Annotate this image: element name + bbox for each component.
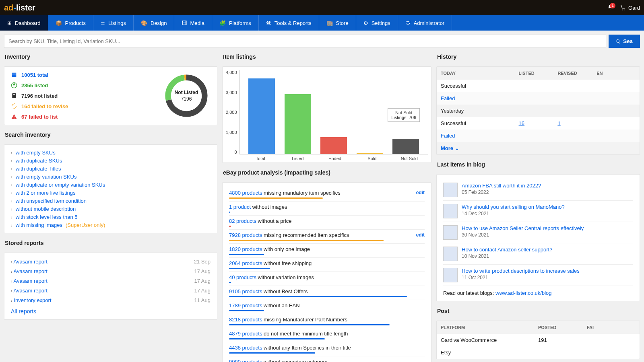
stored-report-row[interactable]: › Avasam report17 Aug bbox=[11, 267, 211, 275]
history-row: Successful bbox=[437, 80, 640, 92]
analysis-count-link[interactable]: 8218 products bbox=[229, 317, 262, 323]
nav-platforms[interactable]: 🧩Platforms bbox=[212, 15, 259, 31]
stat-icon bbox=[11, 103, 17, 109]
cart-icon bbox=[620, 5, 626, 10]
search-inventory-item[interactable]: ›with duplicate or empty variation SKUs bbox=[11, 182, 211, 188]
nav-icon: 🧩 bbox=[219, 20, 226, 26]
inventory-stat[interactable]: 10051 total bbox=[11, 72, 68, 78]
navbar: ⊞Dashboard📦Products≣Listings🎨Design🎞Medi… bbox=[0, 15, 644, 31]
nav-dashboard[interactable]: ⊞Dashboard bbox=[0, 15, 48, 31]
section-title-item-listings: Item listings bbox=[222, 52, 431, 62]
section-title-inventory: Inventory bbox=[4, 52, 217, 62]
chevron-right-icon: › bbox=[11, 279, 12, 284]
blog-thumb bbox=[443, 268, 458, 282]
search-inventory-item[interactable]: ›with empty SKUs bbox=[11, 150, 211, 156]
analysis-count-link[interactable]: 1 product bbox=[229, 204, 251, 210]
blog-item[interactable]: How to use Amazon Seller Central reports… bbox=[443, 222, 633, 243]
blog-footer-link[interactable]: www.ad-lister.co.uk/blog bbox=[495, 290, 551, 296]
logo: ad-lister bbox=[4, 3, 35, 12]
inventory-stat[interactable]: 67 failed to list bbox=[11, 113, 68, 120]
search-inventory-item[interactable]: ›with duplicate SKUs bbox=[11, 158, 211, 164]
search-inventory-item[interactable]: ›with unspecified item condition bbox=[11, 198, 211, 204]
edit-link[interactable]: edit bbox=[416, 232, 425, 238]
blog-thumb bbox=[443, 225, 458, 240]
chevron-right-icon: › bbox=[11, 269, 12, 274]
analysis-count-link[interactable]: 9105 products bbox=[229, 288, 262, 294]
blog-item[interactable]: How to write product descriptions to inc… bbox=[443, 265, 633, 286]
topbar: ad-lister 1 Gard bbox=[0, 0, 644, 15]
search-inventory-panel: ›with empty SKUs›with duplicate SKUs›wit… bbox=[4, 144, 217, 233]
analysis-count-link[interactable]: 82 products bbox=[229, 218, 256, 224]
search-inventory-item[interactable]: ›with duplicate Titles bbox=[11, 166, 211, 172]
nav-tools-reports[interactable]: 🛠Tools & Reports bbox=[259, 15, 319, 31]
analysis-count-link[interactable]: 4800 products bbox=[229, 190, 262, 196]
item-listings-chart: 4,0003,0002,0001,0000 Not Sold Listings:… bbox=[222, 66, 431, 163]
blog-item[interactable]: Why should you start selling on ManoMano… bbox=[443, 201, 633, 222]
nav-products[interactable]: 📦Products bbox=[48, 15, 93, 31]
chart-bar-total[interactable] bbox=[248, 78, 275, 154]
nav-media[interactable]: 🎞Media bbox=[174, 15, 212, 31]
nav-icon: 🛠 bbox=[266, 20, 271, 26]
nav-store[interactable]: 🏬Store bbox=[319, 15, 356, 31]
nav-listings[interactable]: ≣Listings bbox=[93, 15, 134, 31]
stored-reports-panel: › Avasam report21 Sep› Avasam report17 A… bbox=[4, 253, 217, 320]
chevron-right-icon: › bbox=[11, 288, 12, 293]
analysis-count-link[interactable]: 1789 products bbox=[229, 302, 262, 309]
nav-administrator[interactable]: 🛡Administrator bbox=[398, 15, 452, 31]
notifications-icon[interactable]: 1 bbox=[607, 4, 613, 11]
chart-bar-ended[interactable] bbox=[320, 137, 347, 154]
history-group-yesterday: Yesterday bbox=[437, 105, 640, 117]
chart-bar-not-sold[interactable] bbox=[392, 139, 419, 154]
inventory-stat[interactable]: 164 failed to revise bbox=[11, 103, 68, 109]
chevron-right-icon: › bbox=[11, 223, 12, 228]
analysis-row: 9105 products without Best Offers bbox=[229, 286, 425, 300]
chevron-right-icon: › bbox=[11, 215, 12, 220]
search-inventory-item[interactable]: ›with stock level less than 5 bbox=[11, 214, 211, 220]
chevron-right-icon: › bbox=[11, 183, 12, 187]
stored-report-row[interactable]: › Inventory export11 Aug bbox=[11, 296, 211, 304]
inventory-stat[interactable]: 7196 not listed bbox=[11, 93, 68, 99]
analysis-count-link[interactable]: 40 products bbox=[229, 274, 256, 280]
analysis-count-link[interactable]: 4438 products bbox=[229, 345, 262, 351]
analysis-row: 2064 products without free shipping bbox=[229, 258, 425, 272]
user-menu[interactable]: Gard bbox=[620, 5, 640, 11]
stat-icon bbox=[11, 113, 17, 120]
stored-report-row[interactable]: › Avasam report21 Sep bbox=[11, 258, 211, 265]
analysis-count-link[interactable]: 2064 products bbox=[229, 260, 262, 266]
analysis-row: 40 products without variation images bbox=[229, 272, 425, 286]
search-input[interactable] bbox=[4, 35, 606, 48]
stored-report-row[interactable]: › Avasam report17 Aug bbox=[11, 277, 211, 285]
chevron-right-icon: › bbox=[11, 167, 12, 171]
search-inventory-item[interactable]: ›with missing images (SuperUser only) bbox=[11, 222, 211, 228]
inventory-donut: Not Listed 7196 bbox=[162, 72, 211, 120]
history-label-link[interactable]: Failed bbox=[441, 95, 519, 101]
chevron-right-icon: › bbox=[11, 259, 12, 264]
search-inventory-item[interactable]: ›with 2 or more live listings bbox=[11, 190, 211, 196]
search-inventory-item[interactable]: ›without mobile description bbox=[11, 206, 211, 212]
nav-settings[interactable]: ⚙Settings bbox=[356, 15, 398, 31]
nav-icon: ≣ bbox=[101, 20, 105, 26]
search-inventory-item[interactable]: ›with empty variation SKUs bbox=[11, 174, 211, 180]
chart-bar-listed[interactable] bbox=[285, 94, 311, 154]
blog-item[interactable]: How to contact Amazon seller support?10 … bbox=[443, 243, 633, 265]
analysis-row: 4438 products without any Item Specifics… bbox=[229, 342, 425, 356]
chevron-right-icon: › bbox=[11, 207, 12, 212]
all-reports-link[interactable]: All reports bbox=[11, 308, 36, 315]
history-label-link[interactable]: Failed bbox=[441, 133, 519, 139]
search-button[interactable]: Sea bbox=[609, 35, 640, 48]
section-title-search-inventory: Search inventory bbox=[4, 130, 217, 140]
analysis-count-link[interactable]: 7928 products bbox=[229, 232, 262, 238]
analysis-row: 1 product without images bbox=[229, 202, 425, 216]
analysis-count-link[interactable]: 9090 products bbox=[229, 359, 262, 362]
inventory-stat[interactable]: 2855 listed bbox=[11, 82, 68, 88]
analysis-count-link[interactable]: 1820 products bbox=[229, 246, 262, 252]
blog-item[interactable]: Amazon FBA still worth it in 2022?05 Feb… bbox=[443, 179, 633, 201]
stored-report-row[interactable]: › Avasam report17 Aug bbox=[11, 287, 211, 294]
history-row: Failed bbox=[437, 92, 640, 105]
analysis-row: 4879 products do not meet the minimum ti… bbox=[229, 328, 425, 342]
history-more[interactable]: More ⌄ bbox=[437, 142, 640, 154]
edit-link[interactable]: edit bbox=[416, 190, 425, 196]
analysis-count-link[interactable]: 4879 products bbox=[229, 331, 262, 337]
chart-bar-sold[interactable] bbox=[357, 153, 383, 154]
nav-design[interactable]: 🎨Design bbox=[134, 15, 174, 31]
